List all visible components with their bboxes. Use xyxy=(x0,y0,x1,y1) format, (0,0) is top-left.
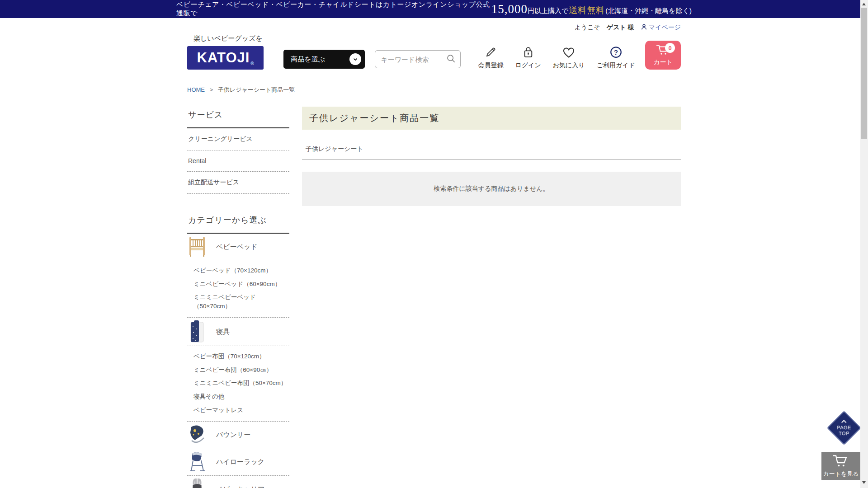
crib-image xyxy=(188,236,206,257)
breadcrumb: HOME > 子供レジャーシート商品一覧 xyxy=(187,86,681,94)
page-title: 子供レジャーシート商品一覧 xyxy=(302,107,681,130)
service-heading: サービス xyxy=(187,107,289,128)
register-label: 会員登録 xyxy=(478,61,503,70)
tagline: 楽しいベビーグッズを xyxy=(193,34,264,43)
category-label: ベビーベッド xyxy=(216,243,258,251)
futon-image xyxy=(188,320,206,343)
welcome-row: ようこそ ゲスト 様 マイページ xyxy=(575,23,681,32)
main-content: 子供レジャーシート商品一覧 子供レジャーシート 検索条件に該当する商品はありませ… xyxy=(302,107,681,206)
page-top-label-1: PAGE xyxy=(837,425,851,431)
search-icon[interactable] xyxy=(446,54,456,65)
breadcrumb-separator: > xyxy=(210,86,213,93)
chevron-down-icon xyxy=(349,53,361,65)
mypage-label: マイページ xyxy=(649,23,681,32)
view-cart-button[interactable]: カートを見る xyxy=(821,452,860,480)
guide-button[interactable]: ? ご利用ガイド xyxy=(597,46,635,70)
free-shipping-promo: 15,000 円以上購入で 送料無料 (北海道・沖縄・離島を除く) xyxy=(491,2,692,16)
service-list: クリーニングサービス Rental 組立配送サービス xyxy=(187,128,289,194)
svg-text:?: ? xyxy=(614,48,618,56)
category-label: 寝具 xyxy=(216,328,230,336)
heart-icon xyxy=(562,47,575,58)
baby-carrier-image xyxy=(188,479,206,488)
sidebar-item-bedding-other[interactable]: 寝具その他 xyxy=(193,390,289,404)
registered-mark: ® xyxy=(250,61,254,66)
sidebar-category-bedding[interactable]: 寝具 xyxy=(187,318,289,346)
sidebar-category-bouncer[interactable]: バウンサー xyxy=(187,422,289,448)
category-label: バウンサー xyxy=(216,431,250,439)
category-heading: カテゴリーから選ぶ xyxy=(187,212,289,234)
scroll-down-arrow-icon[interactable] xyxy=(862,481,866,484)
sidebar-item-minimini-baby-bed-50x70[interactable]: ミニミニベビーベッド（50×70cm） xyxy=(193,291,289,313)
category-label: ハイローラック xyxy=(216,458,264,466)
product-select-label: 商品を選ぶ xyxy=(291,55,325,64)
sidebar-item-rental[interactable]: Rental xyxy=(187,150,289,172)
product-select-dropdown[interactable]: 商品を選ぶ xyxy=(283,50,365,69)
sidebar-item-baby-bed-70x120[interactable]: ベビーベッド（70×120cm） xyxy=(193,264,289,277)
section-label: 子供レジャーシート xyxy=(302,145,681,160)
category-label: ベビーキャリア xyxy=(216,485,264,488)
mypage-link[interactable]: マイページ xyxy=(641,23,681,32)
promo-bar: ベビーチェア・ベビーベッド・ベビーカー・チャイルドシートはカトージオンラインショ… xyxy=(0,0,868,18)
welcome-text: ようこそ xyxy=(575,23,600,32)
question-icon: ? xyxy=(610,46,622,58)
sidebar: サービス クリーニングサービス Rental 組立配送サービス カテゴリーから選… xyxy=(187,107,289,488)
cart-label: カート xyxy=(653,58,673,66)
breadcrumb-home-link[interactable]: HOME xyxy=(187,86,205,93)
header-nav: 会員登録 ログイン お気に入り xyxy=(478,46,635,70)
cart-count-badge: 0 xyxy=(665,43,675,53)
chevron-up-icon xyxy=(841,419,847,425)
search-input[interactable] xyxy=(380,55,446,64)
no-results-message: 検索条件に該当する商品はありません。 xyxy=(302,172,681,206)
sidebar-item-baby-futon-70x120[interactable]: ベビー布団（70×120cm） xyxy=(193,350,289,363)
scroll-up-arrow-icon[interactable] xyxy=(862,3,866,5)
sidebar-item-assembly-delivery[interactable]: 組立配送サービス xyxy=(187,172,289,194)
favorites-label: お気に入り xyxy=(553,61,585,70)
search-box xyxy=(375,50,461,68)
promo-unit-text: 円以上購入で xyxy=(528,7,568,15)
logo-text: KATOJI xyxy=(197,50,250,66)
favorites-button[interactable]: お気に入り xyxy=(553,47,585,70)
promo-bar-message: ベビーチェア・ベビーベッド・ベビーカー・チャイルドシートはカトージオンラインショ… xyxy=(176,0,491,18)
guide-label: ご利用ガイド xyxy=(597,61,635,70)
breadcrumb-current: 子供レジャーシート商品一覧 xyxy=(218,86,295,93)
guest-name: ゲスト 様 xyxy=(607,23,634,32)
page-top-label-2: TOP xyxy=(839,431,849,437)
sidebar-item-cleaning-service[interactable]: クリーニングサービス xyxy=(187,128,289,150)
sidebar-category-baby-bed[interactable]: ベビーベッド xyxy=(187,234,289,260)
sidebar-item-minimini-baby-futon-50x70[interactable]: ミニミニベビー布団（50×70cm） xyxy=(193,376,289,390)
page-top-button[interactable]: PAGE TOP xyxy=(827,411,861,445)
bedding-sub-list: ベビー布団（70×120cm） ミニベビー布団（60×90㎝） ミニミニベビー布… xyxy=(187,346,289,422)
register-button[interactable]: 会員登録 xyxy=(478,46,503,70)
site-header: ようこそ ゲスト 様 マイページ 楽しいベビーグッズを KATOJI ® 商品を… xyxy=(187,18,681,80)
vertical-scrollbar[interactable] xyxy=(860,0,868,488)
scrollbar-thumb[interactable] xyxy=(861,8,867,139)
katoji-logo[interactable]: KATOJI ® xyxy=(187,46,264,70)
sidebar-category-baby-carrier[interactable]: ベビーキャリア xyxy=(187,476,289,488)
view-cart-label: カートを見る xyxy=(823,470,859,478)
free-shipping-highlight: 送料無料 xyxy=(569,5,605,16)
baby-bed-sub-list: ベビーベッド（70×120cm） ミニベビーベッド（60×90cm） ミニミニベ… xyxy=(187,260,289,318)
login-label: ログイン xyxy=(515,61,541,70)
promo-note: (北海道・沖縄・離島を除く) xyxy=(605,7,692,15)
sidebar-category-highlow-rack[interactable]: ハイローラック xyxy=(187,448,289,476)
lock-icon xyxy=(523,46,534,58)
login-button[interactable]: ログイン xyxy=(515,46,541,70)
sidebar-item-mini-baby-bed-60x90[interactable]: ミニベビーベッド（60×90cm） xyxy=(193,277,289,291)
promo-amount: 15,000 xyxy=(491,2,528,16)
sidebar-item-mini-baby-futon-60x90[interactable]: ミニベビー布団（60×90㎝） xyxy=(193,363,289,377)
sidebar-item-baby-mattress[interactable]: ベビーマットレス xyxy=(193,404,289,417)
person-icon xyxy=(641,23,647,32)
cart-icon xyxy=(832,454,850,469)
bouncer-image xyxy=(188,424,206,445)
cart-button[interactable]: カート 0 xyxy=(645,41,681,70)
pencil-icon xyxy=(485,46,497,58)
highlow-rack-image xyxy=(188,451,206,473)
